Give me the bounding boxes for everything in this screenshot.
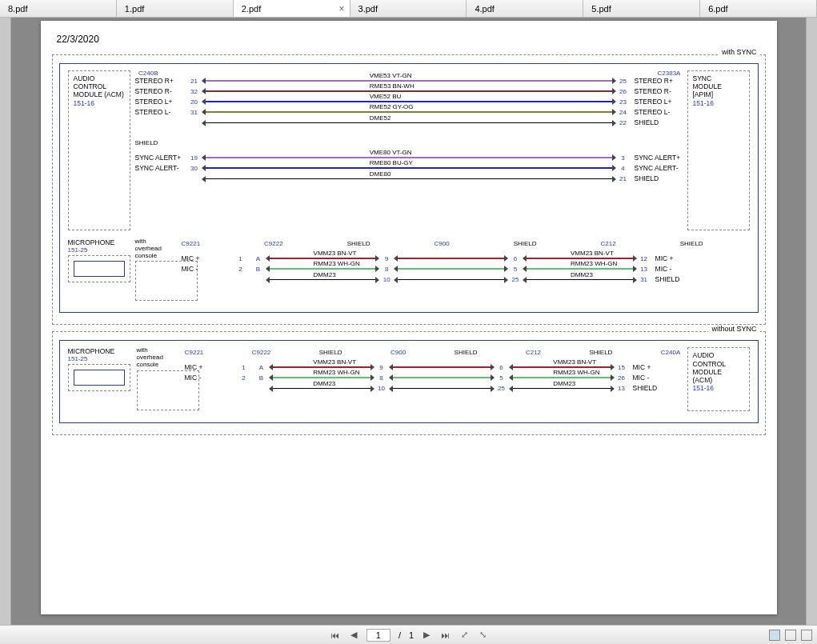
gutter-left xyxy=(0,18,11,625)
wire-row: DME52 22SHIELD xyxy=(135,118,683,126)
tab-4pdf[interactable]: 4.pdf xyxy=(467,0,583,17)
wire-row: STEREO R-32RME53 BN-WH26STEREO R- xyxy=(135,87,683,95)
single-page-icon[interactable] xyxy=(769,630,780,641)
tab-1pdf[interactable]: 1.pdf xyxy=(117,0,234,17)
wire-row: DMM231025 DMM2331SHIELD xyxy=(182,275,703,283)
mic-module xyxy=(68,364,130,391)
tab-bar: 8.pdf 1.pdf 2.pdf × 3.pdf 4.pdf 5.pdf 6.… xyxy=(0,0,817,18)
page-sep: / xyxy=(398,630,401,640)
block-with-sync: with SYNC AUDIO CONTROL MODULE (ACM) 151… xyxy=(52,54,766,325)
page-input[interactable] xyxy=(366,629,390,642)
wire-row: DMM23 1025DMM23 13SHIELD xyxy=(185,384,681,392)
wires-top: STEREO R+21VME53 VT-GN25STEREO R+STEREO … xyxy=(135,70,683,189)
tab-2pdf[interactable]: 2.pdf × xyxy=(234,0,350,17)
gutter-right xyxy=(806,18,817,625)
last-page-button[interactable]: ⏭ xyxy=(439,630,451,640)
tab-5pdf[interactable]: 5.pdf xyxy=(583,0,700,17)
wire-row: SYNC ALERT-30RME80 BU-GY4SYNC ALERT- xyxy=(135,164,683,172)
toolbar: ⏮ ◀ / 1 ▶ ⏭ ⤢ ⤡ xyxy=(0,625,817,644)
page-total: 1 xyxy=(409,630,414,640)
next-page-button[interactable]: ▶ xyxy=(422,630,431,640)
badge: with SYNC xyxy=(719,48,760,56)
close-icon[interactable]: × xyxy=(339,3,345,14)
wire-row: STEREO L-31RME52 GY-OG24STEREO L- xyxy=(135,108,683,116)
continuous-page-icon[interactable] xyxy=(785,630,796,641)
wire-row: MIC +1AVMM23 BN-VT96VMM23 BN-VT12MIC + xyxy=(182,254,703,262)
wire-row: MIC -2BRMM23 WH-GN85RMM23 WH-GN26MIC - xyxy=(185,374,681,382)
inner: MICROPHONE 151-25 with overhead console … xyxy=(59,340,759,423)
acm-module: AUDIO CONTROL MODULE (ACM) 151-16 xyxy=(687,347,750,411)
view-mode-buttons xyxy=(769,630,812,641)
zoom-in-button[interactable]: ⤡ xyxy=(478,630,488,640)
inner: AUDIO CONTROL MODULE (ACM) 151-16 C240B … xyxy=(59,63,759,313)
facing-page-icon[interactable] xyxy=(801,630,812,641)
sync-mic-side xyxy=(708,238,771,294)
sync-module: SYNC MODULE [APIM] 151-16 C2383A xyxy=(687,70,750,230)
tab-3pdf[interactable]: 3.pdf xyxy=(350,0,467,17)
date-stamp: 22/3/2020 xyxy=(57,34,766,45)
acm-module: AUDIO CONTROL MODULE (ACM) 151-16 C240B xyxy=(68,70,130,230)
tab-8pdf[interactable]: 8.pdf xyxy=(0,0,117,17)
prev-page-button[interactable]: ◀ xyxy=(349,630,358,640)
viewer: 22/3/2020 with SYNC AUDIO CONTROL MODULE… xyxy=(0,18,817,625)
wire-row: MIC -2BRMM23 WH-GN85RMM23 WH-GN13MIC - xyxy=(182,265,703,273)
zoom-out-button[interactable]: ⤢ xyxy=(459,630,470,640)
wire-row: MIC +1AVMM23 BN-VT96VMM23 BN-VT15MIC + xyxy=(185,363,681,371)
pdf-page: 22/3/2020 with SYNC AUDIO CONTROL MODULE… xyxy=(41,21,777,614)
page-area[interactable]: 22/3/2020 with SYNC AUDIO CONTROL MODULE… xyxy=(11,18,806,625)
tab-6pdf[interactable]: 6.pdf xyxy=(700,0,817,17)
wire-row: DME80 21SHIELD xyxy=(135,174,683,182)
block-without-sync: without SYNC MICROPHONE 151-25 with over… xyxy=(52,331,766,435)
mic-module xyxy=(68,255,130,282)
first-page-button[interactable]: ⏮ xyxy=(329,630,341,640)
badge: without SYNC xyxy=(708,325,759,333)
